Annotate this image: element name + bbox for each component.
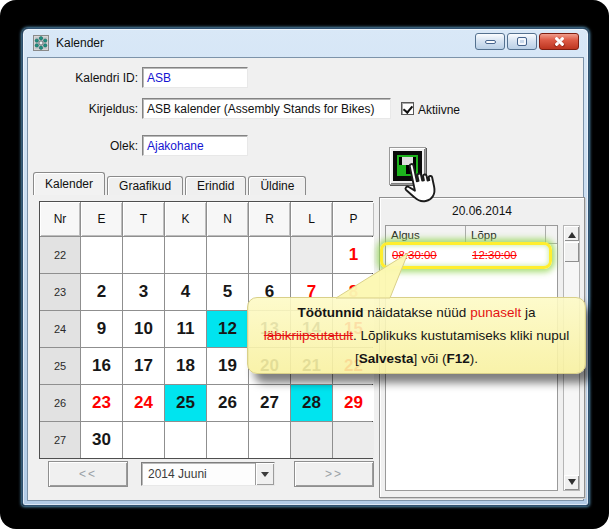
annotation-callout-tail <box>330 251 416 299</box>
callout-segment: ). <box>470 351 478 366</box>
week-number-cell: 25 <box>40 348 80 384</box>
calendar-day-cell-9[interactable]: 9 <box>81 311 122 347</box>
calendar-day-cell <box>249 237 290 273</box>
maximize-button[interactable] <box>507 33 537 50</box>
calendar-day-cell <box>249 422 290 458</box>
calendar-day-cell-17[interactable]: 17 <box>123 348 164 384</box>
prev-month-button[interactable]: << <box>48 461 128 487</box>
scroll-down-button[interactable] <box>564 475 579 490</box>
day-header-nr: Nr <box>40 202 80 236</box>
chevron-down-icon <box>261 472 269 481</box>
arrow-up-icon <box>568 228 576 238</box>
day-header-k: K <box>165 202 206 236</box>
scrollbar-thumb[interactable] <box>564 242 579 262</box>
calendar-day-cell <box>81 237 122 273</box>
tab-üldine[interactable]: Üldine <box>248 176 306 195</box>
scroll-up-button[interactable] <box>564 226 579 241</box>
calendar-day-cell <box>123 422 164 458</box>
window-body: Kalendri ID: ASB Kirjeldus: ASB kalender… <box>27 57 584 501</box>
week-number-cell: 23 <box>40 274 80 310</box>
kirjeldus-label: Kirjeldus: <box>36 102 138 116</box>
callout-segment: ja <box>521 305 535 320</box>
month-selector-dropdown-button[interactable] <box>255 463 274 485</box>
olek-value: Ajakohane <box>147 139 204 153</box>
calendar-day-cell-19[interactable]: 19 <box>207 348 248 384</box>
aktiivne-checkbox[interactable] <box>401 102 414 115</box>
calendar-day-cell <box>165 237 206 273</box>
column-header-lopp[interactable]: Lõpp <box>466 226 546 243</box>
calendar-day-cell-3[interactable]: 3 <box>123 274 164 310</box>
calendar-day-cell-2[interactable]: 2 <box>81 274 122 310</box>
calendar-day-cell-16[interactable]: 16 <box>81 348 122 384</box>
month-selector-value: 2014 Juuni <box>142 467 255 481</box>
tab-erindid[interactable]: Erindid <box>185 176 246 195</box>
kirjeldus-value: ASB kalender (Assembly Stands for Bikes) <box>147 102 374 116</box>
day-header-e: E <box>81 202 122 236</box>
column-header-filler <box>546 226 557 243</box>
month-selector[interactable]: 2014 Juuni <box>141 462 275 486</box>
calendar-day-cell <box>123 237 164 273</box>
calendar-day-cell-25[interactable]: 25 <box>165 385 206 421</box>
next-month-button[interactable]: >> <box>294 461 374 487</box>
calendar-day-cell <box>207 237 248 273</box>
kalendri-id-label: Kalendri ID: <box>36 71 138 85</box>
calendar-day-cell-26[interactable]: 26 <box>207 385 248 421</box>
week-number-cell: 24 <box>40 311 80 347</box>
tab-graafikud[interactable]: Graafikud <box>107 176 183 195</box>
olek-field[interactable]: Ajakohane <box>142 135 248 156</box>
calendar-day-cell-29[interactable]: 29 <box>333 385 374 421</box>
week-number-cell: 27 <box>40 422 80 458</box>
callout-segment: läbikriipsutatult <box>264 328 353 343</box>
calendar-day-cell-12[interactable]: 12 <box>207 311 248 347</box>
callout-segment: punaselt <box>470 305 521 320</box>
titlebar[interactable]: Kalender <box>23 29 588 57</box>
kalendri-id-value: ASB <box>147 71 171 85</box>
callout-text: Töötunnid näidatakse nüüd punaselt ja lä… <box>257 301 576 370</box>
close-button[interactable] <box>539 33 579 50</box>
close-icon <box>554 36 565 47</box>
callout-segment: ] või ( <box>414 351 447 366</box>
column-header-algus[interactable]: Algus <box>386 226 466 243</box>
day-header-t: T <box>123 202 164 236</box>
callout-segment: Töötunnid <box>298 305 364 320</box>
calendar-day-cell <box>165 422 206 458</box>
week-number-cell: 22 <box>40 237 80 273</box>
olek-label: Olek: <box>36 139 138 153</box>
minimize-button[interactable] <box>475 33 505 50</box>
tab-kalender[interactable]: Kalender <box>33 172 105 195</box>
callout-segment: F12 <box>447 351 470 366</box>
calendar-app-icon <box>33 35 49 51</box>
callout-segment: Salvesta <box>359 351 414 366</box>
calendar-day-cell-23[interactable]: 23 <box>81 385 122 421</box>
arrow-down-icon <box>568 479 576 489</box>
calendar-day-cell-5[interactable]: 5 <box>207 274 248 310</box>
calendar-day-cell-27[interactable]: 27 <box>249 385 290 421</box>
calendar-day-cell <box>291 237 332 273</box>
annotation-callout: Töötunnid näidatakse nüüd punaselt ja lä… <box>247 297 586 374</box>
calendar-day-cell-30[interactable]: 30 <box>81 422 122 458</box>
calendar-day-cell-28[interactable]: 28 <box>291 385 332 421</box>
calendar-day-cell-10[interactable]: 10 <box>123 311 164 347</box>
calendar-day-cell-24[interactable]: 24 <box>123 385 164 421</box>
calendar-day-cell <box>207 422 248 458</box>
day-header-p: P <box>333 202 374 236</box>
callout-segment: näidatakse nüüd <box>364 305 471 320</box>
maximize-icon <box>517 37 527 46</box>
calendar-day-cell-4[interactable]: 4 <box>165 274 206 310</box>
window-title: Kalender <box>56 36 104 50</box>
kirjeldus-field[interactable]: ASB kalender (Assembly Stands for Bikes) <box>142 98 391 119</box>
day-header-r: R <box>249 202 290 236</box>
calendar-day-cell-18[interactable]: 18 <box>165 348 206 384</box>
calendar-day-cell <box>333 422 374 458</box>
day-header-n: N <box>207 202 248 236</box>
kalendri-id-field[interactable]: ASB <box>142 67 248 88</box>
week-number-cell: 26 <box>40 385 80 421</box>
calendar-day-cell-11[interactable]: 11 <box>165 311 206 347</box>
screenshot-frame: Kalender Kalendri ID: ASB Kirjeldus: ASB… <box>0 0 609 529</box>
tab-bar: KalenderGraafikudErindidÜldine <box>33 172 308 195</box>
aktiivne-label: Aktiivne <box>418 103 478 117</box>
calendar-day-cell <box>291 422 332 458</box>
minimize-icon <box>485 40 496 44</box>
day-header-l: L <box>291 202 332 236</box>
